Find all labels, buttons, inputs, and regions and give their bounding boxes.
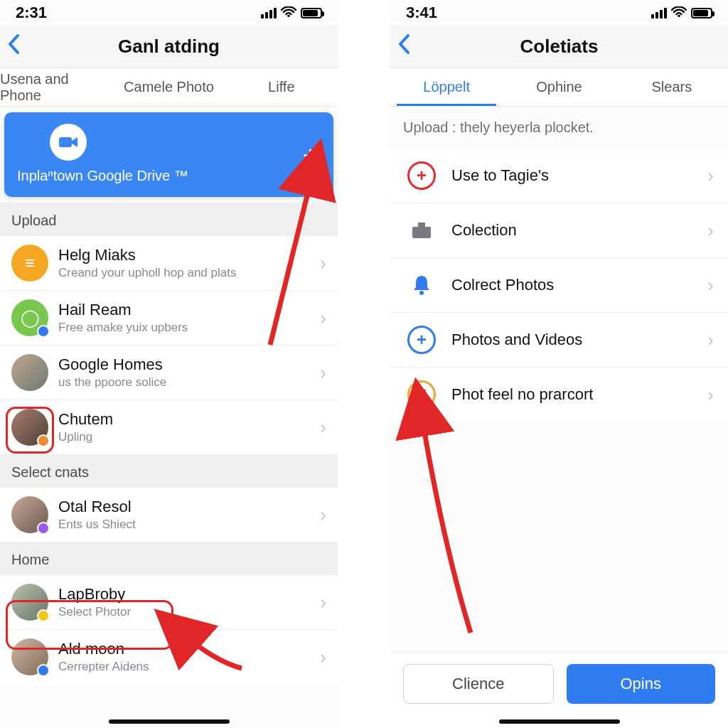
primary-button[interactable]: Opins bbox=[567, 664, 716, 704]
tabs: Usena and Phone Camele Photo Liffe bbox=[0, 68, 338, 107]
list-item[interactable]: + Use to Tagie's › bbox=[390, 149, 728, 203]
status-badge bbox=[37, 522, 50, 535]
avatar bbox=[11, 354, 48, 391]
phone-left: 2:31 Ganl atding Usena and Phone Camele … bbox=[0, 0, 338, 728]
svg-rect-5 bbox=[418, 223, 425, 227]
row-title: Hail Ream bbox=[58, 301, 320, 319]
briefcase-icon bbox=[407, 216, 436, 245]
options-list: + Use to Tagie's › Colection › Colrect P… bbox=[390, 149, 728, 422]
check-icon: ✓ bbox=[407, 380, 436, 409]
wifi-icon bbox=[671, 4, 687, 22]
list-item[interactable]: LapBrobySelect Photor › bbox=[0, 575, 338, 630]
row-title: Helg Miaks bbox=[58, 246, 320, 264]
signal-icon bbox=[651, 8, 667, 18]
svg-point-6 bbox=[419, 291, 424, 295]
battery-icon bbox=[691, 8, 712, 18]
list-item[interactable]: + Photos and Videos › bbox=[390, 313, 728, 368]
row-title: Google Homes bbox=[58, 355, 320, 374]
list-item[interactable]: Ald moonCerrepter Aidens › bbox=[0, 630, 338, 684]
row-title: Ald moon bbox=[58, 640, 320, 658]
chevron-right-icon: › bbox=[707, 274, 714, 296]
signal-icon bbox=[261, 8, 277, 18]
row-title: Otal Resol bbox=[58, 498, 320, 516]
page-title: Ganl atding bbox=[118, 36, 220, 58]
menu-icon: ≡ bbox=[11, 245, 48, 282]
back-button[interactable] bbox=[7, 33, 21, 60]
home-indicator bbox=[109, 719, 230, 724]
nav-bar: Coletiats bbox=[390, 26, 728, 68]
section-select-list: Otal ResolEnts us Shiect › bbox=[0, 488, 338, 542]
list-item[interactable]: Colrect Photos › bbox=[390, 258, 728, 313]
section-upload-header: Upload bbox=[0, 203, 338, 236]
row-subtitle: Select Photor bbox=[58, 605, 320, 619]
status-bar: 2:31 bbox=[0, 0, 338, 26]
svg-point-0 bbox=[287, 14, 290, 17]
row-title: LapBroby bbox=[58, 585, 320, 604]
chevron-right-icon: › bbox=[320, 252, 326, 274]
tab-2[interactable]: Slears bbox=[616, 68, 728, 106]
nav-bar: Ganl atding bbox=[0, 26, 338, 68]
status-badge bbox=[37, 609, 50, 622]
list-item[interactable]: Otal ResolEnts us Shiect › bbox=[0, 488, 338, 542]
section-upload-list: ≡ Helg MiaksCreand your upholl hop and p… bbox=[0, 236, 338, 454]
section-home-header: Home bbox=[0, 542, 338, 575]
svg-rect-4 bbox=[412, 227, 431, 238]
row-title: Colection bbox=[451, 221, 707, 240]
hint-text: Upload : thely heyerla plocket. bbox=[390, 107, 728, 149]
chevron-right-icon: › bbox=[320, 307, 326, 329]
row-subtitle: Ents us Shiect bbox=[58, 518, 320, 532]
status-icons bbox=[651, 4, 712, 22]
status-badge bbox=[37, 664, 50, 677]
plus-icon: + bbox=[407, 161, 436, 190]
tab-0[interactable]: Löppelt bbox=[390, 68, 503, 106]
tabs: Löppelt Ophine Slears bbox=[390, 68, 728, 107]
list-item[interactable]: ◯ Hail ReamFree amake yuix upbers › bbox=[0, 291, 338, 346]
chevron-right-icon: › bbox=[320, 504, 326, 526]
banner-plus-icon[interactable]: + bbox=[303, 141, 318, 171]
secondary-button[interactable]: Clience bbox=[403, 664, 554, 704]
status-badge bbox=[37, 325, 50, 338]
row-title: Colrect Photos bbox=[451, 276, 707, 294]
camera-icon bbox=[50, 124, 87, 161]
tab-2[interactable]: Liffe bbox=[225, 68, 338, 106]
chevron-right-icon: › bbox=[707, 384, 714, 406]
svg-rect-1 bbox=[59, 137, 72, 147]
battery-icon bbox=[301, 8, 322, 18]
list-item[interactable]: ≡ Helg MiaksCreand your upholl hop and p… bbox=[0, 236, 338, 291]
chevron-right-icon: › bbox=[320, 362, 326, 384]
svg-point-3 bbox=[678, 14, 680, 17]
back-button[interactable] bbox=[397, 33, 412, 60]
section-select-header: Select cnats bbox=[0, 454, 338, 488]
chevron-right-icon: › bbox=[320, 592, 326, 614]
row-subtitle: Free amake yuix upbers bbox=[58, 321, 320, 335]
status-time: 3:41 bbox=[406, 4, 437, 22]
tab-1[interactable]: Ophine bbox=[503, 68, 615, 106]
chevron-right-icon: › bbox=[707, 165, 714, 187]
row-title: Chutem bbox=[58, 410, 320, 429]
row-subtitle: us the ppoore solice bbox=[58, 375, 320, 390]
row-title: Photos and Videos bbox=[451, 331, 707, 349]
chevron-right-icon: › bbox=[320, 417, 326, 439]
chevron-right-icon: › bbox=[707, 329, 714, 351]
row-subtitle: Upling bbox=[58, 430, 320, 444]
chevron-right-icon: › bbox=[707, 220, 714, 242]
row-subtitle: Creand your upholl hop and plats bbox=[58, 266, 320, 280]
status-badge bbox=[37, 434, 50, 447]
list-item[interactable]: ✓ Phot feel no prarcort › bbox=[390, 368, 728, 422]
bottom-bar: Clience Opins bbox=[390, 652, 728, 728]
wifi-icon bbox=[281, 4, 296, 22]
tab-1[interactable]: Camele Photo bbox=[112, 68, 225, 106]
list-item[interactable]: Colection › bbox=[390, 203, 728, 258]
row-title: Phot feel no prarcort bbox=[451, 385, 707, 404]
status-bar: 3:41 bbox=[390, 0, 728, 26]
tab-0[interactable]: Usena and Phone bbox=[0, 68, 112, 106]
section-home-list: LapBrobySelect Photor › Ald moonCerrepte… bbox=[0, 575, 338, 684]
banner-label: Inplaⁿtown Google Drive ™ bbox=[17, 168, 321, 184]
row-subtitle: Cerrepter Aidens bbox=[58, 660, 320, 674]
bell-icon bbox=[407, 271, 436, 299]
chevron-right-icon: › bbox=[320, 646, 326, 668]
list-item[interactable]: ChutemUpling › bbox=[0, 400, 338, 454]
row-title: Use to Tagie's bbox=[451, 166, 707, 185]
drive-banner[interactable]: Inplaⁿtown Google Drive ™ + bbox=[4, 112, 333, 197]
list-item[interactable]: Google Homesus the ppoore solice › bbox=[0, 346, 338, 400]
